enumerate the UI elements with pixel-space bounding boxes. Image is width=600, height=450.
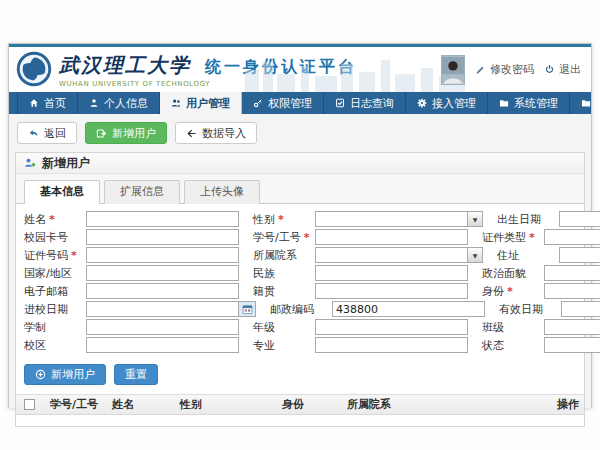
political-status-input[interactable] [545, 266, 600, 280]
header-user-area: 修改密码 退出 [441, 47, 581, 92]
form-field-major: 专业 [253, 337, 482, 353]
logout-link[interactable]: 退出 [544, 62, 581, 77]
nav-item-home[interactable]: 首页 [17, 92, 78, 114]
add-user-icon [96, 128, 107, 139]
status-fieldwrap [544, 337, 600, 353]
postal-code-input[interactable] [333, 302, 484, 316]
form-field-study-length: 学制 [24, 319, 253, 335]
nav-bar: 首页个人信息用户管理权限管理日志查询接入管理系统管理订阅管理 [9, 92, 591, 114]
nav-item-label: 日志查询 [350, 96, 394, 111]
class-input[interactable] [545, 320, 600, 334]
id-type-fieldwrap [544, 229, 600, 245]
add-user-label: 新增用户 [112, 126, 156, 141]
title-block: 武汉理工大学 统一身份认证平台 WUHAN UNIVERSITY OF TECH… [59, 52, 357, 88]
form-field-birth-date: 出生日期 [497, 211, 600, 227]
form-field-political-status: 政治面貌 [482, 265, 600, 281]
form-field-address: 住址 [497, 247, 600, 263]
campus-input[interactable] [87, 338, 238, 352]
nav-item-log-query[interactable]: 日志查询 [324, 92, 406, 114]
key-icon [253, 98, 263, 108]
ethnicity-fieldwrap [315, 265, 468, 281]
back-button[interactable]: 返回 [17, 122, 77, 144]
select-all-checkbox[interactable] [24, 399, 35, 410]
form-field-student-id: 学号/工号* [253, 229, 482, 245]
form-field-campus-card-no: 校园卡号 [24, 229, 253, 245]
field-label-status: 状态 [482, 338, 544, 353]
valid-date-input[interactable] [562, 302, 600, 316]
new-user-panel: 新增用户 基本信息扩展信息上传头像 姓名*性别*▼出生日期校园卡号学号/工号*证… [15, 152, 585, 427]
data-import-button[interactable]: 数据导入 [175, 122, 257, 144]
nav-item-access-mgmt[interactable]: 接入管理 [406, 92, 488, 114]
study-length-input[interactable] [87, 320, 238, 334]
department-input[interactable] [316, 248, 467, 262]
form-field-status: 状态 [482, 337, 600, 353]
calendar-icon[interactable] [238, 302, 255, 316]
ethnicity-input[interactable] [316, 266, 467, 280]
field-label-class: 班级 [482, 320, 544, 335]
tab-extended-info[interactable]: 扩展信息 [104, 180, 180, 204]
email-input[interactable] [87, 284, 238, 298]
tab-upload-avatar[interactable]: 上传头像 [184, 180, 260, 204]
name-input[interactable] [87, 212, 238, 226]
form-field-name: 姓名* [24, 211, 253, 227]
log-icon [335, 98, 345, 108]
field-label-birth-date: 出生日期 [497, 212, 559, 227]
field-label-department: 所属院系 [253, 248, 315, 263]
form-field-id-number: 证件号码* [24, 247, 253, 263]
required-asterisk: * [529, 231, 535, 244]
field-label-id-type: 证件类型* [482, 230, 544, 245]
entry-date-fieldwrap [86, 301, 256, 317]
major-input[interactable] [316, 338, 467, 352]
class-fieldwrap [544, 319, 600, 335]
select-all-cell [16, 399, 42, 410]
name-fieldwrap [86, 211, 239, 227]
address-input[interactable] [560, 248, 600, 262]
form-row: 姓名*性别*▼出生日期 [24, 211, 580, 227]
country-region-fieldwrap [86, 265, 239, 281]
logout-label: 退出 [559, 62, 581, 77]
nav-item-profile[interactable]: 个人信息 [78, 92, 160, 114]
submit-add-user-button[interactable]: 新增用户 [24, 364, 106, 385]
column-header-identity: 身份 [274, 397, 339, 412]
native-place-input[interactable] [316, 284, 467, 298]
home-icon [29, 98, 39, 108]
field-label-campus-card-no: 校园卡号 [24, 230, 86, 245]
entry-date-input[interactable] [87, 302, 238, 316]
campus-card-no-input[interactable] [87, 230, 238, 244]
dropdown-arrow-icon[interactable]: ▼ [467, 248, 482, 262]
form-tabs: 基本信息扩展信息上传头像 [16, 174, 584, 204]
app-header: 武汉理工大学 统一身份认证平台 WUHAN UNIVERSITY OF TECH… [9, 47, 591, 92]
study-length-fieldwrap [86, 319, 239, 335]
add-user-button[interactable]: 新增用户 [85, 122, 167, 144]
campus-fieldwrap [86, 337, 239, 353]
section-title: 新增用户 [42, 155, 90, 172]
birth-date-fieldwrap [559, 211, 600, 227]
grade-input[interactable] [316, 320, 467, 334]
reset-button[interactable]: 重置 [114, 364, 158, 385]
student-id-input[interactable] [316, 230, 467, 244]
identity-input[interactable] [545, 284, 600, 298]
nav-item-subscription-mgmt[interactable]: 订阅管理 [570, 92, 600, 114]
id-number-input[interactable] [87, 248, 238, 262]
campus-card-no-fieldwrap [86, 229, 239, 245]
id-number-fieldwrap [86, 247, 239, 263]
form-field-gender: 性别*▼ [253, 211, 497, 227]
form-row: 学制年级班级 [24, 319, 580, 335]
form-field-id-type: 证件类型* [482, 229, 600, 245]
birth-date-input[interactable] [560, 212, 600, 226]
nav-item-permission-mgmt[interactable]: 权限管理 [242, 92, 324, 114]
country-region-input[interactable] [87, 266, 238, 280]
user-avatar [441, 55, 465, 85]
gear-icon [417, 98, 427, 108]
tab-basic-info[interactable]: 基本信息 [24, 180, 100, 204]
form-row: 电子邮箱籍贯身份* [24, 283, 580, 299]
grade-fieldwrap [315, 319, 468, 335]
nav-item-system-mgmt[interactable]: 系统管理 [488, 92, 570, 114]
change-password-link[interactable]: 修改密码 [475, 62, 534, 77]
data-import-label: 数据导入 [202, 126, 246, 141]
status-input[interactable] [545, 338, 600, 352]
id-type-input[interactable] [545, 230, 600, 244]
gender-input[interactable] [316, 212, 467, 226]
nav-item-user-mgmt[interactable]: 用户管理 [160, 92, 242, 114]
dropdown-arrow-icon[interactable]: ▼ [467, 212, 482, 226]
